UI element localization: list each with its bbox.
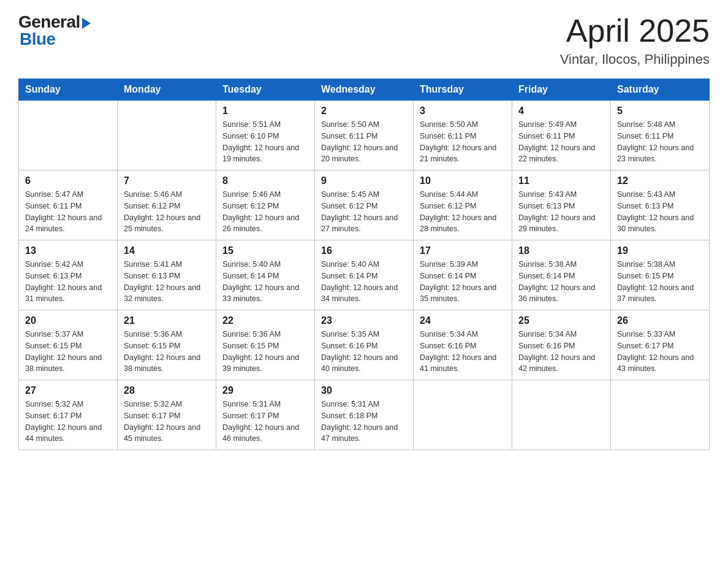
day-number: 1 <box>222 105 308 117</box>
day-info: Sunrise: 5:38 AM Sunset: 6:15 PM Dayligh… <box>617 259 703 305</box>
day-info: Sunrise: 5:35 AM Sunset: 6:16 PM Dayligh… <box>321 329 407 375</box>
day-number: 3 <box>420 105 506 117</box>
table-row: 10Sunrise: 5:44 AM Sunset: 6:12 PM Dayli… <box>414 170 512 240</box>
day-info: Sunrise: 5:50 AM Sunset: 6:11 PM Dayligh… <box>321 119 407 165</box>
day-number: 16 <box>321 245 407 256</box>
day-info: Sunrise: 5:34 AM Sunset: 6:16 PM Dayligh… <box>420 329 506 375</box>
day-number: 4 <box>518 105 604 117</box>
table-row: 8Sunrise: 5:46 AM Sunset: 6:12 PM Daylig… <box>216 170 315 240</box>
day-info: Sunrise: 5:46 AM Sunset: 6:12 PM Dayligh… <box>124 189 210 235</box>
table-row: 6Sunrise: 5:47 AM Sunset: 6:11 PM Daylig… <box>19 170 118 240</box>
table-row: 27Sunrise: 5:32 AM Sunset: 6:17 PM Dayli… <box>19 380 118 450</box>
day-info: Sunrise: 5:50 AM Sunset: 6:11 PM Dayligh… <box>420 119 506 165</box>
day-number: 11 <box>518 175 604 186</box>
day-info: Sunrise: 5:40 AM Sunset: 6:14 PM Dayligh… <box>321 259 407 305</box>
day-info: Sunrise: 5:43 AM Sunset: 6:13 PM Dayligh… <box>617 189 703 235</box>
table-row: 5Sunrise: 5:48 AM Sunset: 6:11 PM Daylig… <box>611 101 710 170</box>
table-row: 26Sunrise: 5:33 AM Sunset: 6:17 PM Dayli… <box>611 310 710 380</box>
table-row: 1Sunrise: 5:51 AM Sunset: 6:10 PM Daylig… <box>216 101 315 170</box>
day-info: Sunrise: 5:32 AM Sunset: 6:17 PM Dayligh… <box>124 399 210 445</box>
calendar-week-row: 1Sunrise: 5:51 AM Sunset: 6:10 PM Daylig… <box>19 101 710 170</box>
page-header: General Blue April 2025 Vintar, Ilocos, … <box>18 12 710 67</box>
day-number: 14 <box>124 245 210 256</box>
table-row <box>512 380 611 450</box>
day-info: Sunrise: 5:40 AM Sunset: 6:14 PM Dayligh… <box>222 259 308 305</box>
day-info: Sunrise: 5:33 AM Sunset: 6:17 PM Dayligh… <box>617 329 703 375</box>
day-number: 8 <box>222 175 308 186</box>
logo: General Blue <box>18 12 91 49</box>
calendar-week-row: 27Sunrise: 5:32 AM Sunset: 6:17 PM Dayli… <box>19 380 710 450</box>
day-number: 19 <box>617 245 703 256</box>
day-info: Sunrise: 5:43 AM Sunset: 6:13 PM Dayligh… <box>518 189 604 235</box>
table-row: 23Sunrise: 5:35 AM Sunset: 6:16 PM Dayli… <box>315 310 414 380</box>
title-block: April 2025 Vintar, Ilocos, Philippines <box>560 12 710 67</box>
table-row <box>19 101 118 170</box>
table-row: 28Sunrise: 5:32 AM Sunset: 6:17 PM Dayli… <box>118 380 216 450</box>
day-number: 21 <box>124 315 210 326</box>
logo-triangle-icon <box>82 18 91 29</box>
day-number: 10 <box>420 175 506 186</box>
day-info: Sunrise: 5:38 AM Sunset: 6:14 PM Dayligh… <box>518 259 604 305</box>
location-title: Vintar, Ilocos, Philippines <box>560 52 710 67</box>
day-number: 23 <box>321 315 407 326</box>
day-number: 2 <box>321 105 407 117</box>
day-info: Sunrise: 5:45 AM Sunset: 6:12 PM Dayligh… <box>321 189 407 235</box>
table-row <box>611 380 710 450</box>
table-row: 25Sunrise: 5:34 AM Sunset: 6:16 PM Dayli… <box>512 310 611 380</box>
table-row: 13Sunrise: 5:42 AM Sunset: 6:13 PM Dayli… <box>19 240 118 310</box>
day-number: 9 <box>321 175 407 186</box>
table-row: 4Sunrise: 5:49 AM Sunset: 6:11 PM Daylig… <box>512 101 611 170</box>
day-number: 20 <box>25 315 111 326</box>
day-info: Sunrise: 5:34 AM Sunset: 6:16 PM Dayligh… <box>518 329 604 375</box>
day-number: 7 <box>124 175 210 186</box>
day-number: 18 <box>518 245 604 256</box>
table-row: 12Sunrise: 5:43 AM Sunset: 6:13 PM Dayli… <box>611 170 710 240</box>
day-info: Sunrise: 5:37 AM Sunset: 6:15 PM Dayligh… <box>25 329 111 375</box>
table-row: 9Sunrise: 5:45 AM Sunset: 6:12 PM Daylig… <box>315 170 414 240</box>
table-row: 14Sunrise: 5:41 AM Sunset: 6:13 PM Dayli… <box>118 240 216 310</box>
day-info: Sunrise: 5:41 AM Sunset: 6:13 PM Dayligh… <box>124 259 210 305</box>
table-row: 18Sunrise: 5:38 AM Sunset: 6:14 PM Dayli… <box>512 240 611 310</box>
day-number: 22 <box>222 315 308 326</box>
day-info: Sunrise: 5:49 AM Sunset: 6:11 PM Dayligh… <box>518 119 604 165</box>
day-info: Sunrise: 5:42 AM Sunset: 6:13 PM Dayligh… <box>25 259 111 305</box>
table-row <box>414 380 512 450</box>
table-row: 21Sunrise: 5:36 AM Sunset: 6:15 PM Dayli… <box>118 310 216 380</box>
col-wednesday: Wednesday <box>315 79 414 101</box>
table-row: 11Sunrise: 5:43 AM Sunset: 6:13 PM Dayli… <box>512 170 611 240</box>
table-row: 15Sunrise: 5:40 AM Sunset: 6:14 PM Dayli… <box>216 240 315 310</box>
table-row: 2Sunrise: 5:50 AM Sunset: 6:11 PM Daylig… <box>315 101 414 170</box>
day-info: Sunrise: 5:51 AM Sunset: 6:10 PM Dayligh… <box>222 119 308 165</box>
table-row <box>118 101 216 170</box>
day-info: Sunrise: 5:36 AM Sunset: 6:15 PM Dayligh… <box>124 329 210 375</box>
col-sunday: Sunday <box>19 79 118 101</box>
table-row: 19Sunrise: 5:38 AM Sunset: 6:15 PM Dayli… <box>611 240 710 310</box>
day-number: 26 <box>617 315 703 326</box>
col-saturday: Saturday <box>611 79 710 101</box>
day-number: 13 <box>25 245 111 256</box>
day-number: 25 <box>518 315 604 326</box>
day-number: 5 <box>617 105 703 117</box>
day-info: Sunrise: 5:32 AM Sunset: 6:17 PM Dayligh… <box>25 399 111 445</box>
calendar-week-row: 6Sunrise: 5:47 AM Sunset: 6:11 PM Daylig… <box>19 170 710 240</box>
calendar-table: Sunday Monday Tuesday Wednesday Thursday… <box>18 79 710 450</box>
calendar-week-row: 20Sunrise: 5:37 AM Sunset: 6:15 PM Dayli… <box>19 310 710 380</box>
logo-blue-text: Blue <box>18 29 56 49</box>
col-friday: Friday <box>512 79 611 101</box>
table-row: 7Sunrise: 5:46 AM Sunset: 6:12 PM Daylig… <box>118 170 216 240</box>
day-info: Sunrise: 5:31 AM Sunset: 6:18 PM Dayligh… <box>321 399 407 445</box>
day-info: Sunrise: 5:48 AM Sunset: 6:11 PM Dayligh… <box>617 119 703 165</box>
table-row: 30Sunrise: 5:31 AM Sunset: 6:18 PM Dayli… <box>315 380 414 450</box>
table-row: 17Sunrise: 5:39 AM Sunset: 6:14 PM Dayli… <box>414 240 512 310</box>
day-number: 15 <box>222 245 308 256</box>
col-monday: Monday <box>118 79 216 101</box>
table-row: 24Sunrise: 5:34 AM Sunset: 6:16 PM Dayli… <box>414 310 512 380</box>
table-row: 22Sunrise: 5:36 AM Sunset: 6:15 PM Dayli… <box>216 310 315 380</box>
day-number: 24 <box>420 315 506 326</box>
day-number: 27 <box>25 385 111 396</box>
table-row: 3Sunrise: 5:50 AM Sunset: 6:11 PM Daylig… <box>414 101 512 170</box>
day-info: Sunrise: 5:31 AM Sunset: 6:17 PM Dayligh… <box>222 399 308 445</box>
day-info: Sunrise: 5:39 AM Sunset: 6:14 PM Dayligh… <box>420 259 506 305</box>
table-row: 16Sunrise: 5:40 AM Sunset: 6:14 PM Dayli… <box>315 240 414 310</box>
day-number: 6 <box>25 175 111 186</box>
